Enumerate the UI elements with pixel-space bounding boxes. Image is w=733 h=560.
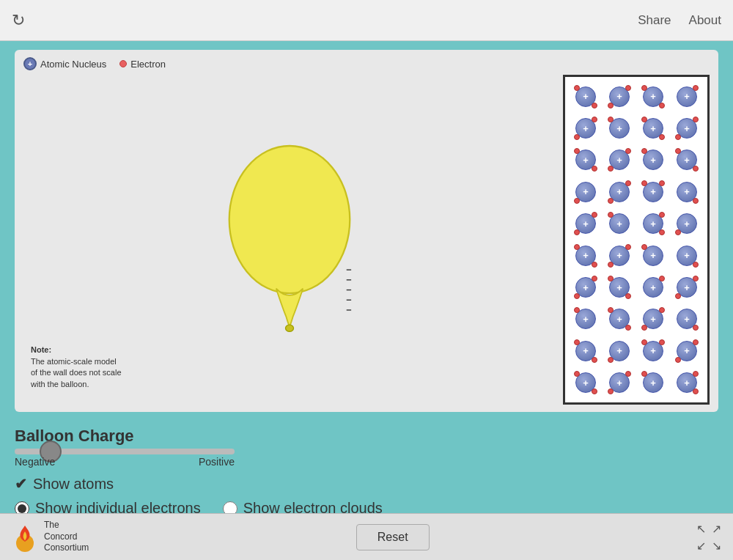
atom-cell: + <box>609 182 630 202</box>
atom-nucleus: + <box>643 309 663 329</box>
concord-text: The Concord Consortium <box>44 520 89 554</box>
atom-nucleus: + <box>643 246 663 266</box>
electron <box>574 244 580 250</box>
electron <box>592 212 597 218</box>
electron <box>574 339 580 345</box>
atom-nucleus: + <box>643 213 663 234</box>
electron <box>592 357 597 363</box>
atom-cell: + <box>609 246 630 266</box>
electron <box>659 103 665 108</box>
electron <box>693 325 699 331</box>
electron <box>675 148 681 154</box>
slider-negative-label: Negative <box>15 456 55 468</box>
balloon-area: Note: The atomic-scale modelof the wall … <box>23 75 556 405</box>
about-link[interactable]: About <box>689 13 721 28</box>
concord-line2: Concord <box>44 531 77 542</box>
electron <box>693 371 699 377</box>
electron <box>641 371 647 377</box>
electron <box>693 85 699 91</box>
slider-labels: Negative Positive <box>15 456 235 468</box>
electron <box>608 117 614 122</box>
atom-nucleus: + <box>677 277 697 298</box>
atom-cell: + <box>575 341 596 361</box>
atom-nucleus: + <box>575 277 596 298</box>
fullscreen-tr-icon[interactable]: ↗ <box>712 522 721 536</box>
fullscreen-br-icon[interactable]: ↘ <box>712 539 721 553</box>
atom-cell: + <box>609 341 630 361</box>
atom-cell: + <box>609 86 630 107</box>
electron <box>659 276 665 281</box>
atom-nucleus: + <box>575 86 596 107</box>
electron <box>641 180 647 186</box>
electron <box>659 180 665 186</box>
fullscreen-icons: ↖ ↗ ↙ ↘ <box>696 522 721 553</box>
atom-cell: + <box>677 277 697 298</box>
refresh-icon[interactable]: ↻ <box>12 11 25 30</box>
fullscreen-tl-icon[interactable]: ↖ <box>696 522 706 536</box>
atom-cell: + <box>677 86 697 107</box>
fullscreen-bl-icon[interactable]: ↙ <box>696 539 706 553</box>
nucleus-icon: + <box>23 57 37 70</box>
balloon-svg <box>209 122 370 357</box>
electron <box>608 212 614 218</box>
atom-nucleus: + <box>609 150 630 170</box>
atom-nucleus: + <box>575 150 596 170</box>
sim-area: Note: The atomic-scale modelof the wall … <box>23 75 710 405</box>
electron <box>693 117 699 122</box>
atom-cell: + <box>609 309 630 329</box>
atom-cell: + <box>677 372 697 393</box>
electron <box>675 357 681 363</box>
atom-cell: + <box>609 277 630 298</box>
electron <box>693 339 699 345</box>
electron <box>592 166 597 172</box>
main-content: + Atomic Nucleus Electron <box>0 41 733 531</box>
electron <box>574 85 580 91</box>
share-link[interactable]: Share <box>638 13 671 28</box>
atom-nucleus: + <box>575 213 596 234</box>
wall-area: + + + + + + + + + + + + + + + + + <box>563 75 710 405</box>
electron <box>659 134 665 140</box>
electron <box>625 371 631 377</box>
atom-nucleus: + <box>609 372 630 393</box>
electron <box>592 117 597 122</box>
electron <box>625 148 631 154</box>
electron <box>641 148 647 154</box>
atom-cell: + <box>677 341 697 361</box>
atom-nucleus: + <box>609 86 630 107</box>
show-atoms-option[interactable]: ✔ Show atoms <box>15 475 114 493</box>
atom-cell: + <box>677 182 697 202</box>
reset-button[interactable]: Reset <box>356 524 430 550</box>
note-text: Note: The atomic-scale modelof the wall … <box>31 345 122 390</box>
electron <box>659 339 665 345</box>
balloon-charge-slider[interactable] <box>15 449 235 454</box>
atom-nucleus: + <box>575 309 596 329</box>
nav-links: Share About <box>638 13 721 28</box>
electron <box>641 325 647 331</box>
electron <box>574 229 580 235</box>
atom-cell: + <box>575 213 596 234</box>
atom-cell: + <box>677 309 697 329</box>
logo-flame-icon <box>12 521 38 553</box>
electron <box>574 307 580 313</box>
note-body: The atomic-scale modelof the wall does n… <box>31 357 122 388</box>
note-title: Note: <box>31 345 51 354</box>
electron <box>641 85 647 91</box>
electron <box>608 166 614 172</box>
atom-cell: + <box>575 246 596 266</box>
atom-nucleus: + <box>643 150 663 170</box>
atom-cell: + <box>609 150 630 170</box>
electron <box>608 198 614 204</box>
electron <box>641 244 647 250</box>
concord-logo: The Concord Consortium <box>12 520 89 554</box>
atom-cell: + <box>677 246 697 266</box>
atom-cell: + <box>575 309 596 329</box>
atom-nucleus: + <box>677 309 697 329</box>
atom-nucleus: + <box>609 246 630 266</box>
electron <box>693 262 699 268</box>
atom-cell: + <box>643 182 663 202</box>
atom-nucleus: + <box>609 118 630 139</box>
atom-cell: + <box>643 213 663 234</box>
electron <box>574 148 580 154</box>
atom-cell: + <box>643 309 663 329</box>
electron <box>675 134 681 140</box>
